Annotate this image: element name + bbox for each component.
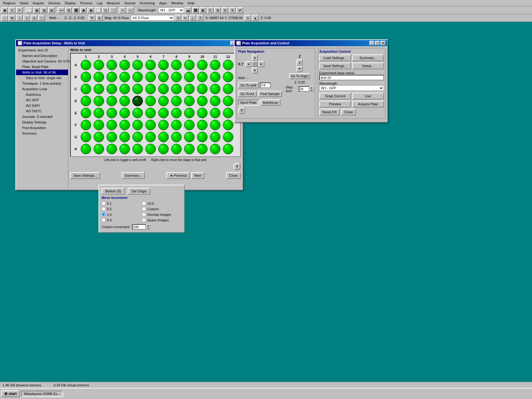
well-B7[interactable]: [157, 71, 170, 83]
well-H1[interactable]: [79, 143, 92, 155]
z-up[interactable]: ▲: [296, 59, 303, 66]
autofocus-btn[interactable]: Autofocus: [260, 99, 280, 106]
menu-stack[interactable]: Stack: [18, 1, 30, 6]
sidebar-sites[interactable]: Sites to Visit- single site: [16, 75, 68, 81]
spinbox-up[interactable]: ▲: [309, 86, 314, 89]
well-G1[interactable]: [79, 131, 92, 143]
well-E4[interactable]: [118, 107, 131, 119]
well-C3[interactable]: [105, 83, 118, 95]
well-B5[interactable]: [131, 71, 144, 83]
radio-01-input[interactable]: [102, 201, 106, 205]
well-G3[interactable]: [105, 131, 118, 143]
well-E10[interactable]: [196, 107, 209, 119]
well-F4[interactable]: [118, 119, 131, 131]
toolbar-btn-7[interactable]: ⟺: [58, 7, 65, 13]
well-C2[interactable]: [92, 83, 105, 95]
toolbar-btn-12[interactable]: ⬜: [95, 7, 102, 13]
sidebar-post-acq[interactable]: Post Acquisition: [16, 125, 68, 131]
summary-btn-pac[interactable]: Summary...: [352, 54, 384, 61]
toolbar-btn-29[interactable]: ◎: [31, 15, 38, 21]
toolbar-btn-38[interactable]: ▲: [252, 15, 259, 21]
well-H12[interactable]: [222, 143, 235, 155]
toolbar-btn-22[interactable]: ⊟: [222, 7, 228, 13]
well-B6[interactable]: [144, 71, 157, 83]
toolbar-btn-14[interactable]: ⬚: [110, 7, 116, 13]
toolbar-btn-19[interactable]: ▦: [200, 7, 206, 13]
well-C10[interactable]: [196, 83, 209, 95]
pac-minimize[interactable]: _: [369, 41, 374, 45]
well-C11[interactable]: [209, 83, 222, 95]
well-G9[interactable]: [183, 131, 196, 143]
spinbox-down[interactable]: ▼: [309, 89, 314, 92]
well-D8[interactable]: [170, 95, 183, 107]
well-A7[interactable]: [157, 59, 170, 71]
menu-screening[interactable]: Screening: [138, 1, 157, 6]
sidebar-autofocus[interactable]: Autofocus: [16, 92, 68, 97]
save-settings-button-ps[interactable]: Save Settings...: [70, 172, 100, 179]
step-size-input[interactable]: [299, 86, 309, 92]
well-F6[interactable]: [144, 119, 157, 131]
toolbar-btn-27[interactable]: ∖: [16, 15, 23, 21]
sidebar-names[interactable]: Names and Description: [16, 53, 68, 58]
well-H11[interactable]: [209, 143, 222, 155]
wavelength-select[interactable]: W1 - GFP W2 - DAPI W3 - TRITC: [159, 7, 184, 13]
toolbar-btn-16[interactable]: ⇒: [127, 7, 134, 13]
well-H4[interactable]: [118, 143, 131, 155]
well-E9[interactable]: [183, 107, 196, 119]
well-A6[interactable]: [144, 59, 157, 71]
menu-help[interactable]: Help: [186, 1, 196, 6]
toolbar-btn-4[interactable]: ▦: [33, 7, 40, 13]
well-E8[interactable]: [170, 107, 183, 119]
well-E5[interactable]: [131, 107, 144, 119]
well-C4[interactable]: [118, 83, 131, 95]
nav-down[interactable]: ▼: [252, 67, 258, 74]
well-G11[interactable]: [209, 131, 222, 143]
toolbar-btn-20[interactable]: ☷: [207, 7, 214, 13]
well-D11[interactable]: [209, 95, 222, 107]
well-C8[interactable]: [170, 83, 183, 95]
reset-dx-btn[interactable]: Reset DX: [319, 109, 340, 115]
acquire-plate-btn[interactable]: Acquire Plate: [352, 101, 384, 107]
radio-space-input[interactable]: [142, 218, 146, 222]
well-C12[interactable]: [222, 83, 235, 95]
toolbar-btn-36[interactable]: ⊼: [197, 15, 204, 21]
z-down[interactable]: ▼: [296, 66, 303, 72]
well-C5[interactable]: [131, 83, 144, 95]
radio-10-input[interactable]: [142, 201, 146, 205]
toolbar-btn-10[interactable]: ▣: [80, 7, 87, 13]
toolbar-btn-34[interactable]: ⊳: [182, 15, 189, 21]
well-B1[interactable]: [79, 71, 92, 83]
well-H7[interactable]: [157, 143, 170, 155]
sidebar-experiment[interactable]: Experiment- test 10: [16, 47, 68, 53]
well-F5[interactable]: [131, 119, 144, 131]
well-A8[interactable]: [170, 59, 183, 71]
well-F7[interactable]: [157, 119, 170, 131]
well-H8[interactable]: [170, 143, 183, 155]
toolbar-btn-24[interactable]: ⇄: [236, 7, 243, 13]
toolbar-btn-2[interactable]: ⊙: [9, 7, 15, 13]
toolbar-btn-35[interactable]: △: [189, 15, 196, 21]
help-button-ps[interactable]: ?: [233, 163, 241, 170]
well-H10[interactable]: [196, 143, 209, 155]
radio-overlap-input[interactable]: [142, 212, 146, 216]
well-H5[interactable]: [131, 143, 144, 155]
well-H3[interactable]: [105, 143, 118, 155]
setup-btn[interactable]: Setup...: [352, 62, 384, 69]
well-B12[interactable]: [222, 71, 235, 83]
close-button-ps2[interactable]: Close: [226, 172, 241, 179]
sidebar-display[interactable]: Display Settings: [16, 119, 68, 125]
well-F11[interactable]: [209, 119, 222, 131]
taskbar-app[interactable]: MetaXpress 20395 Ex...: [21, 391, 63, 397]
well-F1[interactable]: [79, 119, 92, 131]
toolbar-btn-32[interactable]: ψ: [96, 15, 103, 21]
menu-log[interactable]: Log: [95, 1, 104, 6]
toolbar-btn-31[interactable]: Ψ: [89, 15, 95, 21]
exp-base-name-input[interactable]: [319, 75, 384, 80]
well-E2[interactable]: [92, 107, 105, 119]
well-E3[interactable]: [105, 107, 118, 119]
well-G12[interactable]: [222, 131, 235, 143]
radio-custom-input[interactable]: [142, 207, 146, 211]
toolbar-btn-15[interactable]: ⇐: [119, 7, 126, 13]
well-E7[interactable]: [157, 107, 170, 119]
well-B4[interactable]: [118, 71, 131, 83]
